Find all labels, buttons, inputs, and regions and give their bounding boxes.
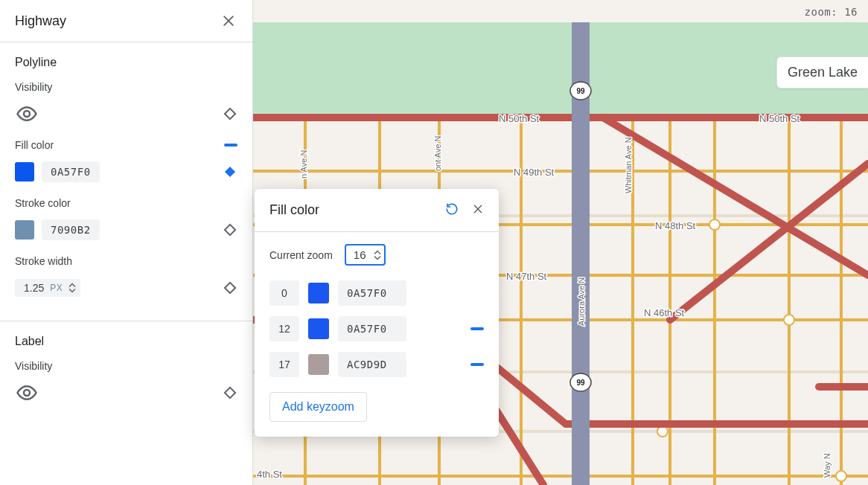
stroke-width-value: 1.25	[24, 282, 44, 294]
diamond-icon[interactable]	[223, 280, 237, 295]
current-zoom-input[interactable]: 16	[345, 244, 386, 266]
diamond-filled-icon[interactable]	[223, 164, 237, 179]
section-title-polyline: Polyline	[15, 56, 237, 69]
popover-header: Fill color	[255, 189, 499, 232]
visibility-label: Visibility	[15, 81, 237, 93]
visibility-row	[15, 381, 237, 405]
keyzoom-hex[interactable]: 0A57F0	[338, 316, 406, 341]
svg-text:N 50th St: N 50th St	[759, 113, 800, 124]
sidebar-title: Highway	[15, 13, 66, 29]
stroke-color-hex[interactable]: 7090B2	[42, 219, 100, 240]
svg-text:Whitman Ave N: Whitman Ave N	[624, 137, 633, 193]
add-keyzoom-button[interactable]: Add keyzoom	[269, 392, 367, 422]
keyzoom-list: 00A57F0120A57F017AC9D9D	[269, 280, 484, 377]
minus-icon[interactable]	[224, 144, 237, 147]
stroke-color-row: 7090B2	[15, 218, 237, 242]
svg-rect-4	[225, 167, 235, 177]
fill-color-hex[interactable]: 0A57F0	[42, 161, 100, 182]
current-zoom-label: Current zoom	[269, 249, 333, 261]
current-zoom-row: Current zoom 16	[269, 244, 484, 266]
keyzoom-zoom[interactable]: 0	[269, 280, 299, 306]
svg-text:n Ave N: n Ave N	[299, 150, 308, 179]
close-icon[interactable]	[472, 203, 484, 217]
keyzoom-swatch[interactable]	[308, 354, 329, 375]
minus-icon[interactable]	[470, 327, 484, 330]
svg-text:N 50th St: N 50th St	[499, 113, 540, 124]
svg-point-33	[836, 471, 846, 481]
keyzoom-row: 17AC9D9D	[269, 352, 484, 377]
svg-point-29	[784, 315, 794, 325]
stepper-icon[interactable]	[374, 250, 381, 260]
svg-text:99: 99	[576, 87, 585, 95]
svg-point-7	[24, 390, 30, 396]
visibility-label: Visibility	[15, 360, 237, 372]
stroke-width-label: Stroke width	[15, 255, 237, 267]
section-polyline: Polyline Visibility Fill color	[0, 42, 252, 313]
minus-icon[interactable]	[470, 363, 484, 366]
svg-text:N 46th St: N 46th St	[644, 307, 685, 318]
fill-color-popover: Fill color Current zoom 16	[255, 189, 499, 437]
stepper-icon[interactable]	[68, 283, 76, 293]
section-title-label: Label	[15, 335, 237, 348]
keyzoom-swatch[interactable]	[308, 283, 329, 303]
svg-rect-6	[225, 283, 235, 293]
svg-text:N 49th St: N 49th St	[514, 167, 555, 178]
svg-text:N 47th St: N 47th St	[506, 271, 547, 282]
stroke-width-input[interactable]: 1.25 PX	[15, 279, 80, 297]
section-label: Label Visibility	[0, 321, 252, 418]
svg-point-2	[24, 111, 30, 117]
reset-icon[interactable]	[445, 202, 459, 218]
svg-text:Aurora Ave N: Aurora Ave N	[577, 277, 586, 326]
svg-rect-8	[225, 388, 235, 398]
svg-text:4th St: 4th St	[257, 469, 282, 480]
keyzoom-row: 00A57F0	[269, 280, 484, 306]
close-icon[interactable]	[220, 12, 237, 30]
zoom-readout: zoom: 16	[805, 6, 858, 18]
keyzoom-row: 120A57F0	[269, 316, 484, 341]
eye-icon[interactable]	[15, 102, 39, 126]
fill-color-swatch[interactable]	[15, 162, 34, 182]
svg-rect-5	[225, 225, 235, 235]
svg-point-28	[709, 219, 720, 230]
popover-title: Fill color	[269, 202, 319, 218]
fill-color-row: 0A57F0	[15, 160, 237, 184]
diamond-icon[interactable]	[223, 106, 237, 121]
svg-point-32	[657, 426, 668, 437]
sidebar: Highway Polyline Visibility	[0, 0, 253, 485]
stroke-color-swatch[interactable]	[15, 220, 34, 240]
keyzoom-swatch[interactable]	[308, 318, 329, 339]
sidebar-header: Highway	[0, 0, 252, 42]
svg-text:99: 99	[576, 379, 585, 387]
stroke-width-row: 1.25 PX	[15, 276, 237, 300]
current-zoom-value: 16	[354, 248, 366, 261]
diamond-icon[interactable]	[223, 385, 237, 400]
keyzoom-zoom[interactable]: 17	[269, 352, 299, 377]
stroke-color-label: Stroke color	[15, 197, 237, 209]
keyzoom-hex[interactable]: 0A57F0	[338, 280, 406, 306]
diamond-icon[interactable]	[223, 222, 237, 237]
svg-text:N 48th St: N 48th St	[655, 220, 696, 231]
visibility-row	[15, 102, 237, 126]
keyzoom-zoom[interactable]: 12	[269, 316, 299, 341]
eye-icon[interactable]	[15, 381, 39, 405]
fill-color-label: Fill color	[15, 139, 54, 151]
svg-rect-3	[225, 109, 235, 119]
svg-text:Way N: Way N	[823, 453, 832, 478]
map-place-chip[interactable]: Green Lake	[776, 57, 868, 89]
keyzoom-hex[interactable]: AC9D9D	[338, 352, 406, 377]
svg-text:ont Ave N: ont Ave N	[433, 135, 442, 171]
stroke-width-unit: PX	[50, 283, 63, 293]
